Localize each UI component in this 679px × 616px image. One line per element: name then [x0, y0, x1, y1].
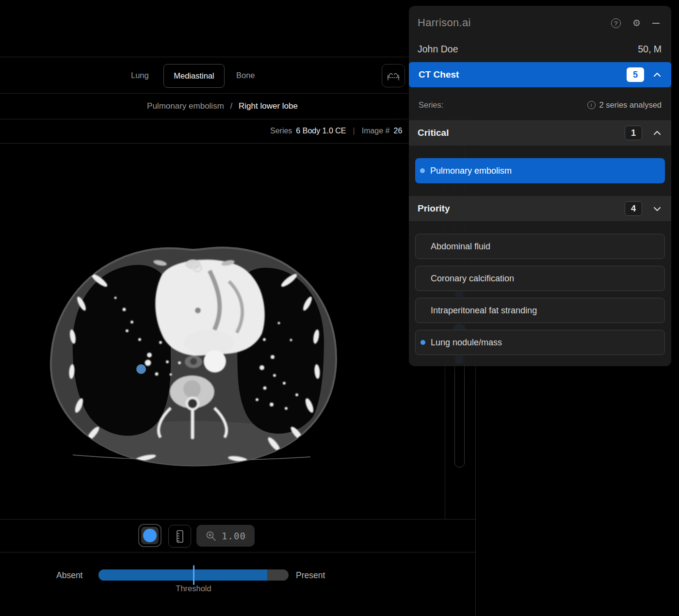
brand-logo: Harrison.ai [418, 16, 471, 29]
minimize-icon[interactable] [652, 23, 660, 24]
finding-pulmonary-embolism[interactable]: Pulmonary embolism [415, 158, 665, 183]
threshold-tick[interactable] [193, 565, 194, 585]
series-value: 6 Body 1.0 CE [296, 127, 346, 135]
study-header[interactable]: CT Chest 5 [409, 62, 671, 87]
section-critical-label: Critical [418, 128, 449, 138]
help-icon[interactable]: ? [611, 18, 621, 28]
chevron-up-icon[interactable] [652, 69, 663, 80]
section-priority-label: Priority [418, 203, 450, 214]
divider-toolbar-top [0, 519, 476, 519]
image-number-label: Image # [362, 127, 390, 135]
series-image-info: Series 6 Body 1.0 CE | Image # 26 [270, 119, 402, 143]
series-analysed-text: 2 series analysed [599, 100, 662, 110]
critical-count-badge: 1 [625, 126, 642, 140]
overlay-toggle-button[interactable] [138, 524, 162, 547]
finding-label: Pulmonary embolism [430, 166, 512, 176]
breadcrumb-current: Right lower lobe [239, 101, 298, 111]
series-status-row: Series: i 2 series analysed [409, 91, 671, 118]
ruler-tool-button[interactable] [168, 525, 191, 548]
image-number-value: 26 [394, 127, 403, 135]
finding-dot-icon [420, 168, 425, 173]
breadcrumb-parent[interactable]: Pulmonary embolism [147, 101, 224, 111]
finding-intraperitoneal-fat-stranding[interactable]: Intraperitoneal fat stranding [415, 298, 665, 323]
pe-finding-marker [136, 364, 146, 374]
finding-label: Coronary calcification [431, 274, 514, 284]
finding-lung-nodule-mass[interactable]: Lung nodule/mass [415, 330, 665, 355]
breadcrumb: Pulmonary embolism / Right lower lobe [0, 93, 445, 119]
ai-results-panel: Harrison.ai ? ⚙ John Doe 50, M CT Chest … [409, 6, 671, 366]
finding-label: Abdominal fluid [431, 242, 490, 252]
info-icon: i [587, 101, 596, 109]
divider-top [0, 57, 476, 57]
caliper-icon [386, 69, 401, 82]
study-title: CT Chest [419, 69, 459, 80]
gear-icon[interactable]: ⚙ [632, 18, 641, 28]
zoom-level-value: 1.00 [222, 531, 246, 541]
patient-name: John Doe [418, 44, 458, 55]
threshold-absent-label: Absent [56, 568, 82, 582]
divider-under-breadcrumb [0, 119, 476, 119]
finding-abdominal-fluid[interactable]: Abdominal fluid [415, 234, 665, 259]
series-separator: | [353, 127, 355, 135]
divider-toolbar-bottom [0, 552, 476, 552]
threshold-caption: Threshold [176, 584, 211, 593]
ai-overlay-icon [143, 529, 157, 542]
study-findings-badge: 5 [627, 67, 644, 82]
chevron-down-icon[interactable] [652, 203, 663, 214]
priority-count-badge: 4 [625, 201, 642, 216]
series-row-label: Series: [419, 100, 443, 110]
threshold-fill [98, 569, 267, 581]
finding-dot-icon [420, 340, 425, 345]
threshold-slider[interactable] [98, 569, 289, 581]
series-label: Series [270, 127, 292, 135]
ct-axial-image[interactable] [0, 144, 445, 519]
breadcrumb-separator: / [230, 101, 233, 111]
caliper-tool-button[interactable] [382, 64, 405, 87]
finding-label: Intraperitoneal fat stranding [431, 306, 537, 316]
section-priority-header[interactable]: Priority 4 [409, 196, 671, 221]
finding-label: Lung nodule/mass [431, 338, 502, 348]
tab-lung[interactable]: Lung [131, 64, 149, 87]
finding-coronary-calcification[interactable]: Coronary calcification [415, 266, 665, 291]
zoom-in-icon [205, 530, 217, 542]
chevron-up-icon[interactable] [652, 128, 663, 138]
section-critical-header[interactable]: Critical 1 [409, 120, 671, 146]
threshold-present-label: Present [296, 568, 325, 582]
tab-mediastinal[interactable]: Mediastinal [163, 64, 225, 88]
zoom-level-control[interactable]: 1.00 [196, 525, 255, 547]
ruler-icon [173, 529, 187, 544]
tab-bone[interactable]: Bone [236, 64, 255, 87]
patient-demographics: 50, M [638, 44, 662, 55]
